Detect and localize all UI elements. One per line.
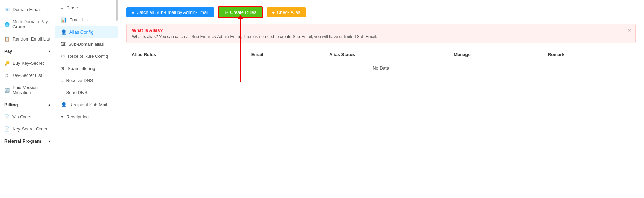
col-manage: Manage — [448, 48, 542, 61]
alert-text: What is alias? You can catch all Sub-Ema… — [132, 34, 630, 39]
chevron-up-icon-referral: ▲ — [47, 139, 51, 143]
close-menu-icon: ≡ — [61, 5, 64, 10]
key-secret-icon: 🔑 — [4, 61, 10, 66]
scrollbar[interactable] — [116, 0, 118, 21]
sub-item-close[interactable]: ≡ Close — [55, 2, 118, 14]
table-row-no-data: No Data — [126, 61, 636, 75]
create-rules-button[interactable]: ⊕ Create Rules — [218, 6, 263, 18]
sidebar-group-referral[interactable]: Referral Program ▲ — [0, 135, 55, 147]
sidebar-item-key-secret-list[interactable]: 🗂 Key-Secret List — [0, 69, 55, 81]
alias-config-icon: 👤 — [61, 29, 67, 35]
main-content: ● Catch all Sub-Email by Admin-Email ⊕ C… — [118, 0, 644, 198]
right-panel: ≡ Close 📊 Email List 👤 Alias Config 🖼 Su… — [55, 0, 644, 198]
paid-version-icon: 🔄 — [4, 88, 10, 93]
sub-item-receive-dns[interactable]: ↓ Receive DNS — [55, 74, 118, 87]
chevron-up-icon: ▲ — [47, 49, 51, 53]
sub-item-recipient-sub-mail[interactable]: 👤 Recipient Sub-Mail — [55, 99, 118, 111]
receipt-log-icon: ▾ — [61, 114, 63, 119]
email-list-icon: 📊 — [61, 17, 67, 22]
catch-all-button[interactable]: ● Catch all Sub-Email by Admin-Email — [126, 7, 214, 17]
multi-domain-icon: 🌐 — [4, 22, 10, 27]
receipt-rule-icon: ⚙ — [61, 54, 65, 59]
receive-dns-icon: ↓ — [61, 78, 63, 83]
create-rules-wrapper: ⊕ Create Rules — [218, 6, 263, 18]
col-alias-rules: Alias Rules — [126, 48, 246, 61]
key-secret-order-icon: 📄 — [4, 126, 10, 132]
sidebar-item-vip-order[interactable]: 📄 Vip Order — [0, 111, 55, 123]
toolbar: ● Catch all Sub-Email by Admin-Email ⊕ C… — [126, 6, 636, 18]
sidebar-group-pay[interactable]: Pay ▲ — [0, 45, 55, 57]
recipient-sub-mail-icon: 👤 — [61, 102, 67, 107]
sidebar: 📧 Domain Email 🌐 Multi-Domain Pay-Group … — [0, 0, 55, 198]
sub-item-sub-domain-alias[interactable]: 🖼 Sub-Domain alias — [55, 38, 118, 50]
sub-item-send-dns[interactable]: ↑ Send DNS — [55, 87, 118, 99]
chevron-up-icon-billing: ▲ — [47, 103, 51, 107]
table-header: Alias Rules Email Alias Status Manage Re… — [126, 48, 636, 61]
sidebar-group-billing[interactable]: Billing ▲ — [0, 99, 55, 111]
alias-table: Alias Rules Email Alias Status Manage Re… — [126, 48, 636, 75]
vip-order-icon: 📄 — [4, 114, 10, 119]
sidebar-item-multi-domain[interactable]: 🌐 Multi-Domain Pay-Group — [0, 16, 55, 33]
col-remark: Remark — [542, 48, 636, 61]
sidebar-item-paid-version-migration[interactable]: 🔄 Paid Version Migration — [0, 81, 55, 99]
domain-email-icon: 📧 — [4, 7, 10, 12]
sidebar-item-domain-email[interactable]: 📧 Domain Email — [0, 3, 55, 16]
table-body: No Data — [126, 61, 636, 75]
sub-item-receipt-rule-config[interactable]: ⚙ Receipt Rule Config — [55, 50, 118, 62]
create-rules-icon: ⊕ — [224, 10, 228, 15]
col-alias-status: Alias Status — [324, 48, 448, 61]
check-alias-icon: ● — [272, 10, 275, 15]
sub-sidebar: ≡ Close 📊 Email List 👤 Alias Config 🖼 Su… — [55, 0, 118, 198]
alert-box: What is Alias? What is alias? You can ca… — [126, 24, 636, 43]
check-alias-button[interactable]: ● Check Alias — [267, 7, 306, 17]
sub-domain-alias-icon: 🖼 — [61, 42, 66, 47]
sidebar-item-buy-key-secret[interactable]: 🔑 Buy Key-Secret — [0, 57, 55, 69]
spam-filtering-icon: ✖ — [61, 66, 65, 71]
send-dns-icon: ↑ — [61, 90, 63, 95]
sub-item-receipt-log[interactable]: ▾ Receipt log — [55, 111, 118, 123]
sub-item-alias-config[interactable]: 👤 Alias Config — [55, 26, 118, 38]
key-secret-list-icon: 🗂 — [4, 73, 9, 78]
sidebar-item-random-email[interactable]: 📋 Random Email List — [0, 33, 55, 45]
sub-item-email-list[interactable]: 📊 Email List — [55, 14, 118, 26]
catch-all-icon: ● — [132, 10, 134, 15]
sub-item-spam-filtering[interactable]: ✖ Spam filtering — [55, 62, 118, 74]
alert-title: What is Alias? — [132, 28, 630, 33]
no-data-cell: No Data — [126, 61, 636, 75]
col-email: Email — [246, 48, 324, 61]
sidebar-item-key-secret-order[interactable]: 📄 Key-Secret Order — [0, 123, 55, 135]
random-email-icon: 📋 — [4, 36, 10, 42]
alert-close-button[interactable]: × — [628, 28, 631, 34]
